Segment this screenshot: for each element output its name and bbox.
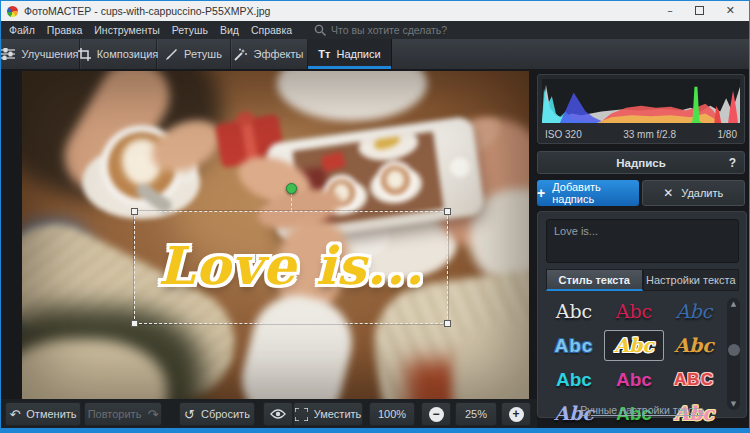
text-style-option[interactable]: Abc bbox=[545, 297, 603, 326]
zoom-out-button[interactable]: − bbox=[421, 402, 451, 426]
app-logo-icon bbox=[7, 6, 18, 17]
tab-retouch[interactable]: Ретушь bbox=[157, 39, 231, 69]
style-grid-scrollbar[interactable]: ▲ ▼ bbox=[727, 298, 740, 410]
resize-handle-top-right[interactable] bbox=[444, 208, 451, 215]
undo-icon: ↶ bbox=[9, 408, 20, 421]
resize-handle-bottom-right[interactable] bbox=[444, 320, 451, 327]
text-style-option[interactable]: Abc bbox=[545, 331, 603, 360]
caption-section-title: Надпись bbox=[538, 157, 744, 169]
minimize-button[interactable]: – bbox=[667, 1, 673, 21]
minus-icon: − bbox=[429, 407, 444, 422]
add-caption-button[interactable]: + Добавить надпись bbox=[537, 180, 639, 206]
crop-icon bbox=[78, 48, 91, 61]
histogram-panel: ISO 320 33 mm f/2.8 1/80 bbox=[537, 74, 745, 144]
plus-icon: + bbox=[509, 407, 524, 422]
scrollbar-thumb[interactable] bbox=[728, 344, 740, 356]
text-style-option[interactable]: Abc bbox=[665, 331, 723, 360]
zoom-in-button[interactable]: + bbox=[501, 402, 531, 426]
reset-button[interactable]: ↺ Сбросить bbox=[179, 402, 255, 426]
right-panel: ISO 320 33 mm f/2.8 1/80 Надпись ? + Доб… bbox=[537, 69, 749, 429]
rotation-handle[interactable] bbox=[286, 183, 297, 194]
text-style-option[interactable]: Abc bbox=[665, 297, 723, 326]
tab-label: Ретушь bbox=[184, 48, 222, 60]
tab-label: Композиция bbox=[97, 48, 159, 60]
caption-editor-panel: Love is... Стиль текста Настройки текста… bbox=[537, 211, 747, 418]
menu-edit[interactable]: Правка bbox=[47, 24, 82, 36]
undo-label: Отменить bbox=[26, 408, 76, 420]
menu-retouch[interactable]: Ретушь bbox=[172, 24, 208, 36]
menu-tools[interactable]: Инструменты bbox=[94, 24, 159, 36]
tab-label: Надписи bbox=[336, 48, 380, 60]
redo-label: Повторить bbox=[88, 408, 142, 420]
histogram-plot bbox=[542, 79, 740, 123]
fit-icon bbox=[295, 408, 308, 421]
close-icon: ✕ bbox=[663, 186, 673, 200]
tab-composition[interactable]: Композиция bbox=[80, 39, 157, 69]
title-bar: ФотоМАСТЕР - cups-with-cappuccino-P55XMP… bbox=[1, 1, 749, 21]
brush-icon bbox=[165, 48, 178, 61]
undo-button[interactable]: ↶ Отменить bbox=[5, 402, 81, 426]
tab-effects[interactable]: Эффекты bbox=[231, 39, 308, 69]
window-bottom-border bbox=[1, 428, 749, 432]
tab-text-style[interactable]: Стиль текста bbox=[546, 269, 643, 291]
eye-icon bbox=[270, 409, 286, 419]
scroll-up-icon[interactable]: ▲ bbox=[727, 300, 740, 308]
redo-button[interactable]: Повторить ↷ bbox=[84, 402, 162, 426]
magic-wand-icon bbox=[234, 48, 247, 61]
menu-help[interactable]: Справка bbox=[251, 24, 292, 36]
window-title: ФотоМАСТЕР - cups-with-cappuccino-P55XMP… bbox=[24, 5, 270, 17]
plus-icon: + bbox=[537, 185, 545, 201]
tab-label: Улучшения bbox=[21, 48, 78, 60]
search-placeholder: Что вы хотите сделать? bbox=[331, 24, 447, 36]
caption-text-input[interactable]: Love is... bbox=[546, 219, 739, 263]
bottom-toolbar: ↶ Отменить Повторить ↷ ↺ Сбросить Умести… bbox=[1, 399, 537, 429]
shutter-value: 1/80 bbox=[718, 129, 737, 140]
text-style-option[interactable]: Abc bbox=[545, 365, 603, 394]
manual-text-settings-link[interactable]: Ручные настройки текста bbox=[538, 404, 746, 416]
menu-bar: Файл Правка Инструменты Ретушь Вид Справ… bbox=[1, 21, 749, 39]
menu-view[interactable]: Вид bbox=[220, 24, 239, 36]
redo-icon: ↷ bbox=[147, 408, 158, 421]
focal-aperture-value: 33 mm f/2.8 bbox=[623, 129, 676, 140]
resize-handle-top-left[interactable] bbox=[131, 208, 138, 215]
delete-caption-label: Удалить bbox=[681, 187, 723, 199]
text-style-option[interactable]: Abc bbox=[605, 297, 663, 326]
caption-section-header: Надпись ? bbox=[537, 151, 745, 174]
app-window: ФотоМАСТЕР - cups-with-cappuccino-P55XMP… bbox=[0, 0, 750, 433]
search-icon bbox=[314, 24, 326, 36]
text-style-option[interactable]: Abc bbox=[605, 365, 663, 394]
maximize-button[interactable] bbox=[695, 6, 704, 15]
reset-label: Сбросить bbox=[201, 408, 250, 420]
photo-canvas[interactable]: Love is... bbox=[22, 71, 529, 399]
iso-value: ISO 320 bbox=[545, 129, 582, 140]
menu-file[interactable]: Файл bbox=[9, 24, 35, 36]
close-button[interactable]: ✕ bbox=[726, 1, 735, 21]
tab-text-settings[interactable]: Настройки текста bbox=[643, 269, 740, 291]
text-selection-box[interactable] bbox=[134, 211, 448, 324]
resize-handle-bottom-left[interactable] bbox=[131, 320, 138, 327]
zoom-level-value: 25% bbox=[465, 408, 487, 420]
text-icon: Tт bbox=[318, 48, 330, 60]
text-style-option[interactable]: ABC bbox=[665, 365, 723, 394]
fit-button[interactable]: Уместить bbox=[293, 402, 363, 426]
add-caption-label: Добавить надпись bbox=[552, 181, 638, 205]
zoom-100-label: 100% bbox=[378, 408, 406, 420]
tab-label: Эффекты bbox=[253, 48, 303, 60]
zoom-100-button[interactable]: 100% bbox=[369, 402, 415, 426]
reset-icon: ↺ bbox=[184, 408, 195, 421]
help-button[interactable]: ? bbox=[729, 156, 736, 170]
tab-captions[interactable]: Tт Надписи bbox=[308, 39, 392, 69]
preview-original-button[interactable] bbox=[263, 402, 293, 426]
fit-label: Уместить bbox=[314, 408, 362, 420]
search-field[interactable]: Что вы хотите сделать? bbox=[314, 24, 447, 36]
zoom-level-display[interactable]: 25% bbox=[455, 402, 497, 426]
sliders-icon bbox=[1, 48, 15, 60]
delete-caption-button[interactable]: ✕ Удалить bbox=[642, 180, 746, 206]
tool-tab-bar: Улучшения Композиция Ретушь Эффекты Tт Н… bbox=[1, 39, 749, 69]
text-style-option-selected[interactable]: Abc bbox=[605, 331, 663, 360]
tab-enhancements[interactable]: Улучшения bbox=[1, 39, 80, 69]
